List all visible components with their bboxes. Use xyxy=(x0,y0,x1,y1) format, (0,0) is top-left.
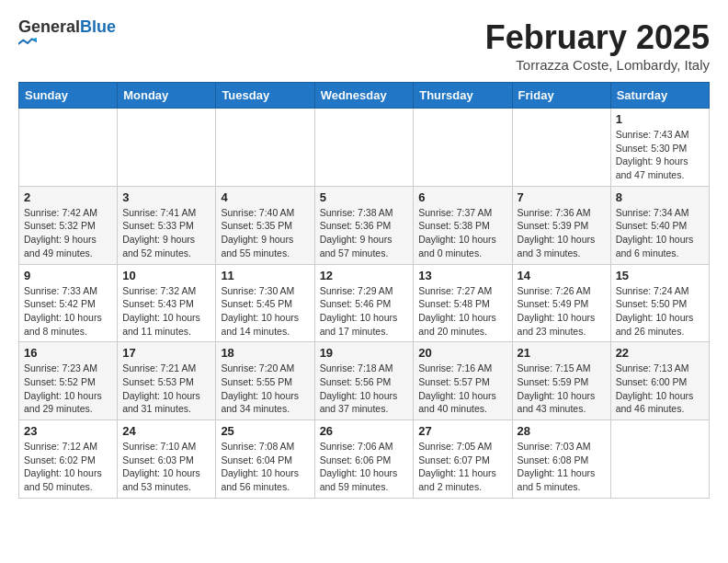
day-info: Sunrise: 7:12 AM Sunset: 6:02 PM Dayligh… xyxy=(24,440,112,494)
day-info: Sunrise: 7:40 AM Sunset: 5:35 PM Dayligh… xyxy=(221,206,309,260)
calendar-cell: 20Sunrise: 7:16 AM Sunset: 5:57 PM Dayli… xyxy=(414,342,512,420)
month-title: February 2025 xyxy=(485,18,710,57)
day-number: 23 xyxy=(24,424,112,438)
calendar-header-cell: Wednesday xyxy=(314,83,414,109)
day-number: 22 xyxy=(616,346,704,360)
calendar-cell: 19Sunrise: 7:18 AM Sunset: 5:56 PM Dayli… xyxy=(314,342,414,420)
day-info: Sunrise: 7:24 AM Sunset: 5:50 PM Dayligh… xyxy=(616,284,704,339)
calendar-cell: 27Sunrise: 7:05 AM Sunset: 6:07 PM Dayli… xyxy=(414,420,512,499)
day-number: 6 xyxy=(418,190,506,204)
calendar-cell xyxy=(610,420,709,499)
day-info: Sunrise: 7:36 AM Sunset: 5:39 PM Dayligh… xyxy=(518,206,606,260)
day-info: Sunrise: 7:13 AM Sunset: 6:00 PM Dayligh… xyxy=(616,362,704,416)
day-info: Sunrise: 7:05 AM Sunset: 6:07 PM Dayligh… xyxy=(418,440,506,494)
calendar-cell: 3Sunrise: 7:41 AM Sunset: 5:33 PM Daylig… xyxy=(118,186,216,264)
day-number: 14 xyxy=(518,269,606,282)
day-number: 5 xyxy=(320,190,409,204)
calendar-cell: 11Sunrise: 7:30 AM Sunset: 5:45 PM Dayli… xyxy=(216,264,314,342)
calendar-cell xyxy=(216,109,314,187)
day-info: Sunrise: 7:26 AM Sunset: 5:49 PM Dayligh… xyxy=(518,284,606,339)
calendar-header-cell: Saturday xyxy=(610,83,709,109)
day-number: 25 xyxy=(221,424,309,438)
day-number: 17 xyxy=(122,346,210,360)
day-number: 26 xyxy=(320,424,409,438)
calendar-cell: 16Sunrise: 7:23 AM Sunset: 5:52 PM Dayli… xyxy=(19,342,118,420)
calendar-cell xyxy=(19,109,118,187)
calendar-cell: 24Sunrise: 7:10 AM Sunset: 6:03 PM Dayli… xyxy=(118,420,216,499)
calendar-cell xyxy=(414,109,512,187)
day-number: 8 xyxy=(616,190,704,204)
day-info: Sunrise: 7:34 AM Sunset: 5:40 PM Dayligh… xyxy=(616,206,704,260)
calendar-body: 1Sunrise: 7:43 AM Sunset: 5:30 PM Daylig… xyxy=(19,109,710,499)
title-block: February 2025 Torrazza Coste, Lombardy, … xyxy=(485,18,710,73)
calendar-cell: 15Sunrise: 7:24 AM Sunset: 5:50 PM Dayli… xyxy=(610,264,709,342)
day-number: 18 xyxy=(221,346,309,360)
day-number: 1 xyxy=(616,112,704,126)
calendar-cell: 1Sunrise: 7:43 AM Sunset: 5:30 PM Daylig… xyxy=(610,109,709,187)
calendar-cell: 8Sunrise: 7:34 AM Sunset: 5:40 PM Daylig… xyxy=(610,186,709,264)
calendar-week-row: 16Sunrise: 7:23 AM Sunset: 5:52 PM Dayli… xyxy=(19,342,710,420)
logo-general: GeneralBlue xyxy=(18,18,116,37)
day-info: Sunrise: 7:41 AM Sunset: 5:33 PM Dayligh… xyxy=(122,206,210,260)
day-info: Sunrise: 7:23 AM Sunset: 5:52 PM Dayligh… xyxy=(24,362,112,416)
logo: GeneralBlue xyxy=(18,18,116,50)
day-info: Sunrise: 7:10 AM Sunset: 6:03 PM Dayligh… xyxy=(122,440,210,494)
calendar-cell: 13Sunrise: 7:27 AM Sunset: 5:48 PM Dayli… xyxy=(414,264,512,342)
calendar-cell xyxy=(314,109,414,187)
day-number: 11 xyxy=(221,269,309,282)
calendar-cell: 12Sunrise: 7:29 AM Sunset: 5:46 PM Dayli… xyxy=(314,264,414,342)
day-number: 15 xyxy=(616,269,704,282)
logo-bird-icon xyxy=(18,37,37,50)
day-number: 3 xyxy=(122,190,210,204)
calendar-table: SundayMondayTuesdayWednesdayThursdayFrid… xyxy=(18,82,710,499)
calendar-cell: 6Sunrise: 7:37 AM Sunset: 5:38 PM Daylig… xyxy=(414,186,512,264)
day-info: Sunrise: 7:27 AM Sunset: 5:48 PM Dayligh… xyxy=(418,284,506,339)
day-number: 10 xyxy=(122,269,210,282)
calendar-cell: 9Sunrise: 7:33 AM Sunset: 5:42 PM Daylig… xyxy=(19,264,118,342)
calendar-cell: 21Sunrise: 7:15 AM Sunset: 5:59 PM Dayli… xyxy=(512,342,610,420)
day-info: Sunrise: 7:21 AM Sunset: 5:53 PM Dayligh… xyxy=(122,362,210,416)
calendar-cell: 18Sunrise: 7:20 AM Sunset: 5:55 PM Dayli… xyxy=(216,342,314,420)
calendar-cell: 17Sunrise: 7:21 AM Sunset: 5:53 PM Dayli… xyxy=(118,342,216,420)
day-info: Sunrise: 7:03 AM Sunset: 6:08 PM Dayligh… xyxy=(518,440,606,494)
calendar-cell: 23Sunrise: 7:12 AM Sunset: 6:02 PM Dayli… xyxy=(19,420,118,499)
day-number: 28 xyxy=(518,424,606,438)
logo-text: GeneralBlue xyxy=(18,18,116,50)
calendar-week-row: 23Sunrise: 7:12 AM Sunset: 6:02 PM Dayli… xyxy=(19,420,710,499)
calendar-cell: 26Sunrise: 7:06 AM Sunset: 6:06 PM Dayli… xyxy=(314,420,414,499)
day-info: Sunrise: 7:20 AM Sunset: 5:55 PM Dayligh… xyxy=(221,362,309,416)
day-info: Sunrise: 7:18 AM Sunset: 5:56 PM Dayligh… xyxy=(320,362,409,416)
day-info: Sunrise: 7:43 AM Sunset: 5:30 PM Dayligh… xyxy=(616,128,704,182)
day-number: 7 xyxy=(518,190,606,204)
calendar-cell: 4Sunrise: 7:40 AM Sunset: 5:35 PM Daylig… xyxy=(216,186,314,264)
location-subtitle: Torrazza Coste, Lombardy, Italy xyxy=(485,57,710,73)
day-info: Sunrise: 7:37 AM Sunset: 5:38 PM Dayligh… xyxy=(418,206,506,260)
day-number: 12 xyxy=(320,269,409,282)
calendar-week-row: 9Sunrise: 7:33 AM Sunset: 5:42 PM Daylig… xyxy=(19,264,710,342)
calendar-cell: 10Sunrise: 7:32 AM Sunset: 5:43 PM Dayli… xyxy=(118,264,216,342)
calendar-cell: 28Sunrise: 7:03 AM Sunset: 6:08 PM Dayli… xyxy=(512,420,610,499)
calendar-cell: 5Sunrise: 7:38 AM Sunset: 5:36 PM Daylig… xyxy=(314,186,414,264)
calendar-header-cell: Thursday xyxy=(414,83,512,109)
calendar-cell: 25Sunrise: 7:08 AM Sunset: 6:04 PM Dayli… xyxy=(216,420,314,499)
day-number: 24 xyxy=(122,424,210,438)
calendar-header-cell: Sunday xyxy=(19,83,118,109)
day-number: 2 xyxy=(24,190,112,204)
day-number: 16 xyxy=(24,346,112,360)
calendar-header-cell: Friday xyxy=(512,83,610,109)
day-info: Sunrise: 7:06 AM Sunset: 6:06 PM Dayligh… xyxy=(320,440,409,494)
day-number: 4 xyxy=(221,190,309,204)
day-info: Sunrise: 7:33 AM Sunset: 5:42 PM Dayligh… xyxy=(24,284,112,339)
calendar-cell: 2Sunrise: 7:42 AM Sunset: 5:32 PM Daylig… xyxy=(19,186,118,264)
day-number: 27 xyxy=(418,424,506,438)
day-number: 19 xyxy=(320,346,409,360)
day-number: 20 xyxy=(418,346,506,360)
page-header: GeneralBlue February 2025 Torrazza Coste… xyxy=(18,18,710,73)
day-info: Sunrise: 7:15 AM Sunset: 5:59 PM Dayligh… xyxy=(518,362,606,416)
day-info: Sunrise: 7:32 AM Sunset: 5:43 PM Dayligh… xyxy=(122,284,210,339)
calendar-cell: 22Sunrise: 7:13 AM Sunset: 6:00 PM Dayli… xyxy=(610,342,709,420)
calendar-week-row: 1Sunrise: 7:43 AM Sunset: 5:30 PM Daylig… xyxy=(19,109,710,187)
calendar-cell xyxy=(512,109,610,187)
calendar-cell: 7Sunrise: 7:36 AM Sunset: 5:39 PM Daylig… xyxy=(512,186,610,264)
day-number: 21 xyxy=(518,346,606,360)
